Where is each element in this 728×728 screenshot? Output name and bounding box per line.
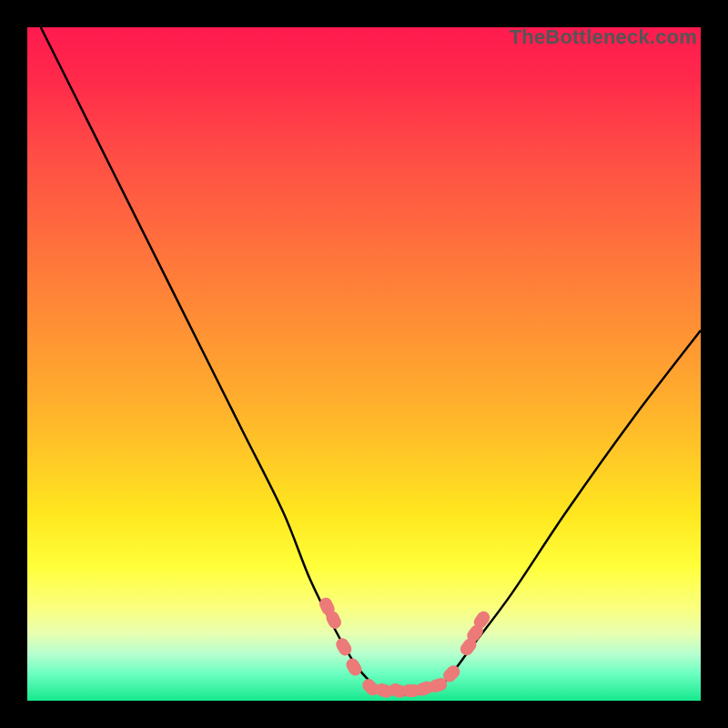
bottleneck-curve (41, 27, 701, 695)
curve-group (41, 27, 701, 695)
chart-svg (27, 27, 701, 701)
marker-left-dot-2 (344, 656, 364, 678)
marker-left-dot-1 (334, 636, 354, 658)
marker-group (318, 595, 493, 699)
watermark-text: TheBottleneck.com (510, 25, 697, 49)
chart-frame: TheBottleneck.com (0, 0, 728, 728)
